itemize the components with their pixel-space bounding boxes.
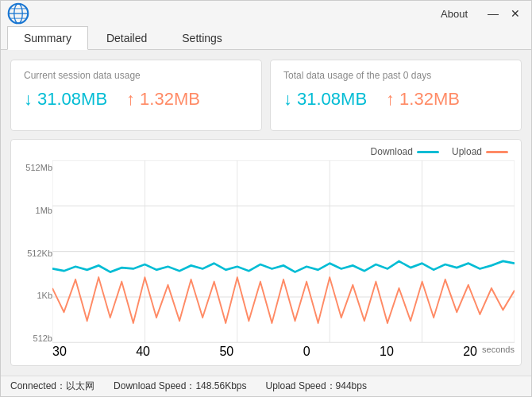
x-unit-label: seconds [482,345,515,354]
total-download-value: 31.08MB [297,89,367,110]
x-label-5: 20 [463,345,477,359]
title-bar-left [7,2,441,25]
app-icon [7,2,29,25]
legend-upload: Upload [452,146,508,157]
x-label-3: 0 [303,345,310,359]
session-card-title: Current session data usage [24,70,249,81]
session-download-value: 31.08MB [37,89,107,110]
chart-container: Download Upload 512Mb 1Mb 512Kb 1Kb 512b [10,139,522,366]
session-download-item: ↓ 31.08MB [24,89,107,110]
total-card: Total data usage of the past 0 days ↓ 31… [270,60,522,131]
y-label-4: 512b [17,334,52,343]
x-label-1: 40 [136,345,150,359]
tab-bar: Summary Detailed Settings [1,26,531,50]
title-bar: About — ✕ [1,1,531,26]
title-bar-actions: About — ✕ [441,4,525,23]
tab-detailed[interactable]: Detailed [90,26,164,49]
main-content: Current session data usage ↓ 31.08MB ↑ 1… [1,50,531,376]
x-label-0: 30 [52,345,67,359]
status-connected: Connected：以太网 [10,380,94,393]
legend-download: Download [371,146,439,157]
y-label-0: 512Mb [17,164,52,172]
x-label-4: 10 [380,345,394,359]
about-link[interactable]: About [441,8,468,20]
close-button[interactable]: ✕ [506,4,525,23]
x-axis-row: 30 40 50 0 10 20 seconds [52,345,515,359]
chart-right: 30 40 50 0 10 20 seconds [52,160,515,359]
total-upload-arrow: ↑ [386,89,395,110]
total-download-item: ↓ 31.08MB [283,89,367,110]
session-card: Current session data usage ↓ 31.08MB ↑ 1… [10,60,262,131]
x-label-2: 50 [219,345,233,359]
status-upload-speed: Upload Speed：944bps [266,380,367,393]
session-upload-value: 1.32MB [140,89,200,110]
x-ticks: 30 40 50 0 10 20 [52,345,477,359]
minimize-button[interactable]: — [484,4,503,23]
stats-row: Current session data usage ↓ 31.08MB ↑ 1… [10,60,522,131]
total-upload-item: ↑ 1.32MB [386,89,460,110]
total-stat-values: ↓ 31.08MB ↑ 1.32MB [283,89,508,110]
chart-legend: Download Upload [17,146,515,157]
legend-upload-line [486,151,508,153]
y-axis: 512Mb 1Mb 512Kb 1Kb 512b [17,160,52,359]
session-upload-arrow: ↑ [126,89,135,110]
status-bar: Connected：以太网 Download Speed：148.56Kbps … [1,376,531,396]
legend-download-label: Download [371,146,413,157]
legend-download-line [417,151,439,153]
session-download-arrow: ↓ [24,89,33,110]
y-label-1: 1Mb [17,206,52,215]
session-stat-values: ↓ 31.08MB ↑ 1.32MB [24,89,249,110]
total-upload-value: 1.32MB [399,89,460,110]
legend-upload-label: Upload [452,146,482,157]
main-window: About — ✕ Summary Detailed Settings Curr… [0,0,532,397]
tab-settings[interactable]: Settings [165,26,239,49]
session-upload-item: ↑ 1.32MB [126,89,200,110]
y-label-3: 1Kb [17,291,52,300]
total-card-title: Total data usage of the past 0 days [283,70,508,81]
y-label-2: 512Kb [17,249,52,258]
chart-svg [52,160,515,345]
total-download-arrow: ↓ [283,89,292,110]
status-download-speed: Download Speed：148.56Kbps [114,380,246,393]
tab-summary[interactable]: Summary [7,26,88,50]
chart-inner: 512Mb 1Mb 512Kb 1Kb 512b [17,160,515,359]
